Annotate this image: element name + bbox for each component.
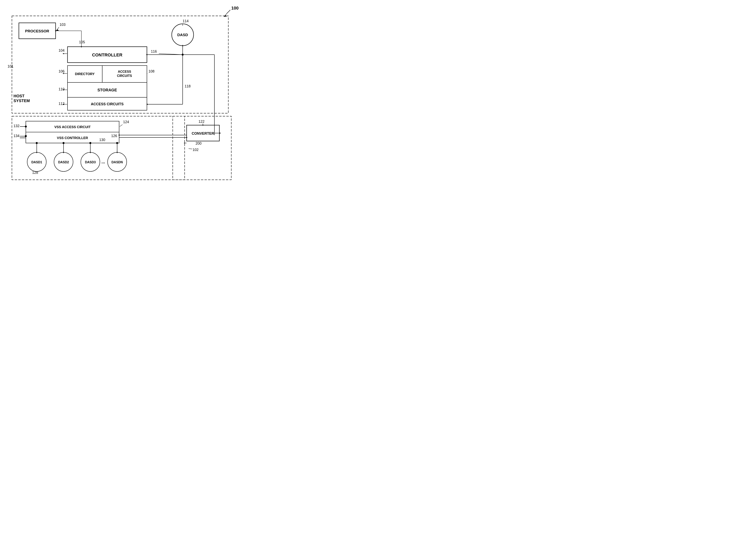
access-circuits-top-label2: CIRCUITS (117, 74, 132, 77)
dasd3-label: DASD3 (85, 161, 96, 164)
diagram-container: 100 HOST SYSTEM 101 PROCESSOR 103 CONTRO… (0, 0, 244, 187)
svg-marker-7 (63, 53, 64, 54)
ref-112-label: 112 (59, 102, 65, 106)
ref-101-label: 101 (8, 64, 14, 68)
ref-130-label: 130 (99, 138, 105, 142)
main-diagram: 100 HOST SYSTEM 101 PROCESSOR 103 CONTRO… (0, 0, 244, 187)
ref-106-label: 106 (59, 69, 65, 73)
ref-122-label: 122 (199, 120, 205, 124)
svg-marker-41 (186, 137, 188, 138)
controller-label: CONTROLLER (92, 52, 123, 57)
svg-line-32 (189, 149, 192, 149)
ref-134-label: 134 (14, 134, 19, 138)
ref-126-label: 126 (111, 134, 117, 138)
ref-118-label: 118 (185, 84, 191, 88)
svg-marker-43 (118, 134, 120, 136)
svg-line-33 (120, 125, 123, 127)
storage-label: STORAGE (98, 88, 117, 92)
ref-132-label: 132 (14, 124, 19, 128)
ref-100-label: 100 (231, 6, 239, 11)
ellipsis-label: ... (101, 159, 105, 164)
ref-102-label: 102 (193, 148, 199, 152)
vss-system-box (12, 116, 185, 180)
junction-vss-bottom (25, 135, 27, 137)
ref-105-label: 105 (79, 40, 85, 44)
svg-marker-9 (81, 46, 82, 48)
svg-marker-54 (90, 152, 91, 153)
svg-marker-52 (63, 152, 64, 153)
svg-marker-35 (202, 124, 204, 126)
directory-label: DIRECTORY (75, 72, 95, 76)
dasdn-label: DASDN (112, 161, 123, 164)
svg-marker-56 (117, 152, 118, 153)
ref-116-label: 116 (151, 49, 157, 53)
svg-marker-23 (182, 45, 183, 46)
junction-vss-top (25, 126, 27, 128)
svg-marker-39 (220, 133, 221, 134)
ref-200-label: 200 (196, 141, 202, 145)
dasd-top-label: DASD (177, 33, 188, 37)
svg-marker-37 (184, 142, 185, 144)
svg-marker-50 (36, 152, 37, 153)
ref-114-label: 114 (183, 19, 189, 23)
access-circuits-bottom-label: ACCESS CIRCUITS (91, 102, 124, 106)
ref-110-label: 110 (59, 87, 65, 91)
ref-108-label: 108 (149, 69, 155, 73)
processor-label: PROCESSOR (25, 29, 49, 33)
ref-124-label: 124 (123, 120, 129, 124)
ref-104-label: 104 (59, 48, 65, 52)
ref-103-label: 103 (60, 23, 66, 27)
dasd1-label: DASD1 (31, 161, 42, 164)
vss-access-circuit-label: VSS ACCESS CIRCUIT (54, 125, 91, 129)
vss-controller-label: VSS CONTROLLER (57, 136, 88, 140)
converter-label: CONVERTER (192, 132, 214, 135)
access-circuits-top-label: ACCESS (118, 70, 131, 73)
svg-line-0 (226, 10, 230, 14)
host-system-label: HOST (14, 94, 25, 98)
host-system-label2: SYSTEM (14, 99, 30, 103)
dasd2-label: DASD2 (58, 161, 69, 164)
svg-marker-26 (146, 54, 147, 55)
converter-system-box (173, 116, 231, 180)
